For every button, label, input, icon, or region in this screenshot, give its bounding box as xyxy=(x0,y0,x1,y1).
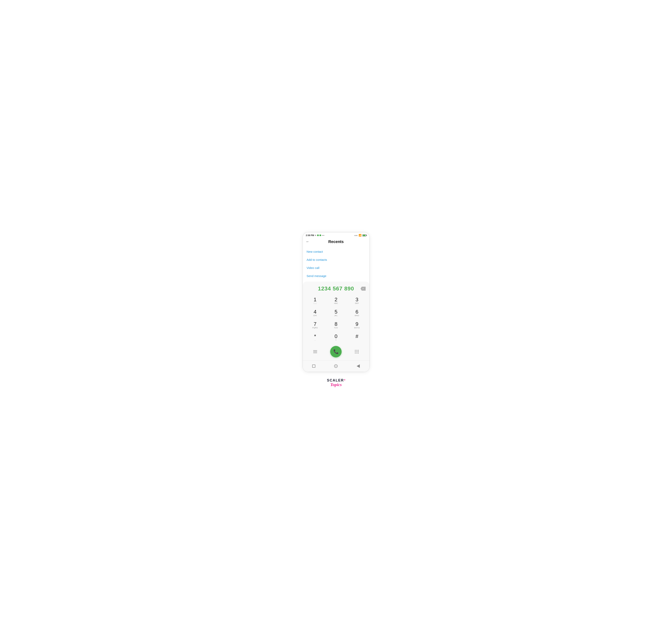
status-time: 2:58 PM xyxy=(306,234,314,236)
keypad-row-2: 4 GHI 5 JKL 6 MNO xyxy=(305,307,368,319)
nav-bar xyxy=(303,360,369,372)
backspace-icon xyxy=(361,287,366,291)
green-indicator-2 xyxy=(319,234,321,236)
menu-icon xyxy=(313,350,317,353)
keypad: 1 ◌◌ 2 ABC 3 DEF 4 GHI 5 xyxy=(303,295,369,343)
send-message-item[interactable]: Send message xyxy=(303,272,369,280)
key-7[interactable]: 7 PQRS xyxy=(306,320,324,331)
call-button[interactable]: 📞 xyxy=(330,346,342,357)
nav-square-button[interactable] xyxy=(310,363,318,369)
key-2[interactable]: 2 ABC xyxy=(327,295,345,306)
grid-icon xyxy=(355,350,359,353)
wifi-icon: 📶 xyxy=(359,234,362,237)
backspace-button[interactable] xyxy=(360,285,366,292)
square-icon xyxy=(312,364,315,368)
add-to-contacts-item[interactable]: Add to contacts xyxy=(303,256,369,264)
circle-icon xyxy=(334,364,338,368)
keypad-row-4: * , 0 + # xyxy=(305,332,368,343)
status-bar: 2:58 PM ⊕ ••• ▲▲ 📶 xyxy=(303,232,369,237)
nav-back-button[interactable] xyxy=(354,363,362,369)
nav-home-button[interactable] xyxy=(332,363,340,369)
action-bar: 📞 xyxy=(303,344,369,360)
phone-number: 1234 567 890 xyxy=(306,285,366,292)
key-hash[interactable]: # xyxy=(348,332,366,343)
status-right: ▲▲ 📶 xyxy=(354,234,366,237)
keypad-row-1: 1 ◌◌ 2 ABC 3 DEF xyxy=(305,295,368,306)
key-4[interactable]: 4 GHI xyxy=(306,307,324,319)
key-6[interactable]: 6 MNO xyxy=(348,307,366,319)
key-9[interactable]: 9 WXYZ xyxy=(348,320,366,331)
number-display: 1234 567 890 xyxy=(303,285,369,295)
key-3[interactable]: 3 DEF xyxy=(348,295,366,306)
brand-scaler: SCALER xyxy=(327,379,345,383)
battery-icon xyxy=(362,234,366,236)
key-1[interactable]: 1 ◌◌ xyxy=(306,295,324,306)
back-button[interactable]: ← xyxy=(306,239,309,244)
new-contact-item[interactable]: New contact xyxy=(303,248,369,256)
page-title: Recents xyxy=(312,239,360,244)
key-5[interactable]: 5 JKL xyxy=(327,307,345,319)
phone-frame: 2:58 PM ⊕ ••• ▲▲ 📶 ← Recents New contact… xyxy=(303,232,370,372)
branding: SCALER Topics xyxy=(327,379,345,387)
brand-topics: Topics xyxy=(327,383,345,387)
location-icon: ⊕ xyxy=(315,234,316,236)
menu-line-3 xyxy=(313,353,317,353)
key-star[interactable]: * , xyxy=(306,332,324,343)
key-0[interactable]: 0 + xyxy=(327,332,345,343)
dialpad-section: 1234 567 890 1 ◌◌ 2 ABC 3 DEF xyxy=(303,282,369,372)
key-8[interactable]: 8 TUV xyxy=(327,320,345,331)
menu-button[interactable] xyxy=(309,347,321,357)
keypad-row-3: 7 PQRS 8 TUV 9 WXYZ xyxy=(305,320,368,331)
dots-menu: ••• xyxy=(322,234,325,236)
triangle-icon xyxy=(357,364,360,368)
grid-button[interactable] xyxy=(351,347,363,357)
app-header: ← Recents xyxy=(303,237,369,247)
status-left: 2:58 PM ⊕ ••• xyxy=(306,234,325,236)
menu-line-1 xyxy=(313,350,317,351)
phone-icon: 📞 xyxy=(333,349,339,354)
signal-icon: ▲▲ xyxy=(354,234,358,236)
video-call-item[interactable]: Video call xyxy=(303,264,369,272)
menu-line-2 xyxy=(313,351,317,352)
battery-fill xyxy=(363,235,366,236)
context-menu: New contact Add to contacts Video call S… xyxy=(303,247,369,282)
green-indicator-1 xyxy=(317,234,319,236)
brand-dot xyxy=(344,380,345,380)
